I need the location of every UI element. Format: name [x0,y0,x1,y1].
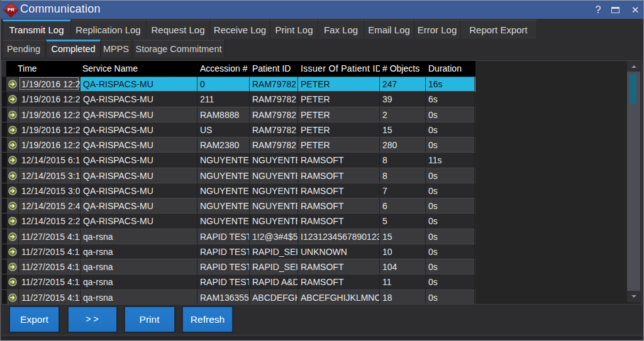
svg-text:PR: PR [8,7,14,13]
